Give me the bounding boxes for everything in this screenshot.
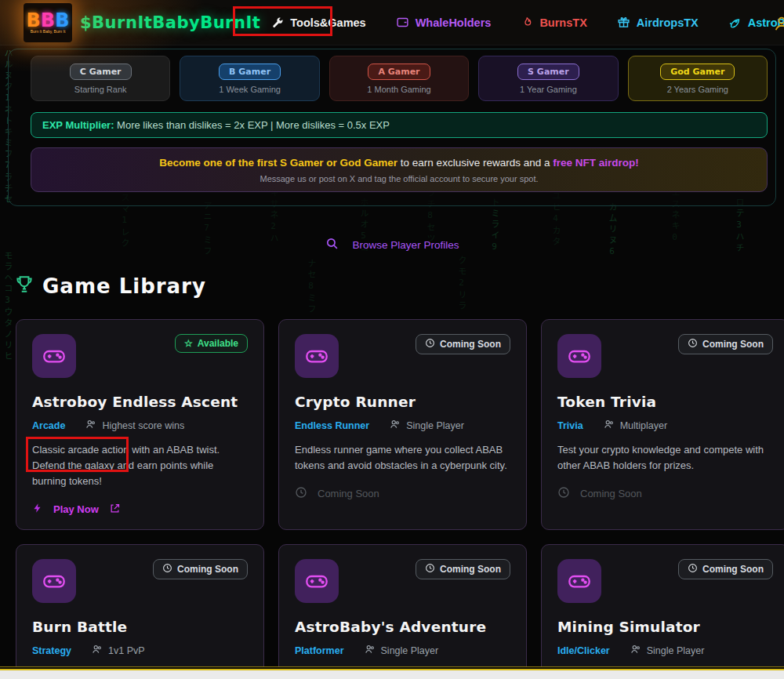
coming-soon-footer: Coming Soon [557, 486, 642, 501]
nav-item-tools-games[interactable]: Tools&Games [271, 16, 365, 29]
matrix-rain-column: カムリヌ6 [605, 202, 618, 320]
browse-label: Browse Player Profiles [353, 239, 459, 251]
status-label: Coming Soon [702, 339, 764, 350]
matrix-rain-column: トミライ9 [488, 198, 500, 323]
exp-multiplier-banner: EXP Multiplier: More likes than dislikes… [31, 112, 768, 138]
brand-logo[interactable]: BBB Burn It Baby, Burn It [24, 3, 72, 42]
tier-subtitle: 1 Year Gaming [520, 85, 577, 94]
players-icon [92, 644, 103, 657]
gamepad-icon [557, 559, 601, 603]
wrench-icon [271, 16, 284, 29]
tier-subtitle: 2 Years Gaming [667, 85, 728, 94]
tier-subtitle: 1 Month Gaming [367, 85, 430, 94]
logo-letters: BBB [27, 12, 70, 29]
game-card-astrobabys-adventure[interactable]: Coming Soon AstroBaby's Adventure Platfo… [278, 544, 527, 679]
game-description: Classic arcade action with an ABAB twist… [32, 442, 248, 489]
players-icon [390, 419, 401, 432]
status-label: Coming Soon [440, 339, 501, 350]
rocket-icon [728, 16, 742, 29]
nav-item-label: AirdropsTX [637, 16, 699, 29]
tier-subtitle: Starting Rank [74, 85, 127, 94]
gamer-ranks-section: C Gamer Starting Rank B Gamer 1 Week Gam… [8, 49, 776, 206]
person-icon[interactable] [773, 15, 784, 35]
clock-icon [557, 486, 570, 501]
gamepad-icon [32, 559, 76, 603]
flame-icon [521, 16, 533, 29]
nav-item-burnstx[interactable]: BurnsTX [521, 16, 586, 29]
game-card-burn-battle[interactable]: Coming Soon Burn Battle Strategy 1v1 PvP… [16, 544, 264, 679]
exp-banner-title: EXP Multiplier: [42, 119, 114, 131]
game-category: Endless Runner [295, 420, 369, 431]
clock-icon [425, 338, 435, 350]
promo-mid: to earn exclusive rewards and a [397, 157, 553, 169]
bolt-icon [32, 502, 43, 517]
external-link-icon [109, 503, 121, 517]
gamepad-icon [295, 334, 339, 378]
coming-soon-footer: Coming Soon [295, 486, 379, 501]
nav-item-whaleholders[interactable]: WhaleHolders [396, 16, 492, 29]
game-title: AstroBaby's Adventure [295, 619, 510, 635]
brand-title[interactable]: $BurnItBabyBurnIt [80, 13, 260, 32]
top-nav: BBB Burn It Baby, Burn It $BurnItBabyBur… [0, 0, 784, 45]
tier-card-a-gamer: A Gamer 1 Month Gaming [329, 56, 469, 101]
status-badge: Coming Soon [153, 559, 248, 579]
game-library-heading: Game Library [14, 274, 784, 299]
wallet-icon [396, 16, 409, 29]
star-icon: ☆ [184, 338, 193, 349]
clock-icon [688, 338, 698, 350]
status-label: Available [198, 338, 238, 349]
game-meta-label: Single Player [381, 645, 439, 656]
tier-badge: A Gamer [368, 64, 430, 80]
tier-grid: C Gamer Starting Rank B Gamer 1 Week Gam… [31, 56, 768, 101]
status-badge: Coming Soon [678, 334, 773, 354]
gamepad-icon [32, 334, 76, 378]
nav-item-label: Tools&Games [290, 16, 365, 29]
browse-player-profiles-link[interactable]: Browse Player Profiles [0, 236, 784, 253]
game-meta-label: Highest score wins [102, 420, 184, 431]
game-card-mining-simulator[interactable]: Coming Soon Mining Simulator Idle/Clicke… [541, 544, 784, 679]
gamepad-icon [557, 334, 601, 378]
game-category: Trivia [557, 420, 583, 431]
game-card-token-trivia[interactable]: Coming Soon Token Trivia Trivia Multipla… [541, 319, 784, 530]
play-now-button[interactable]: Play Now [32, 502, 121, 517]
tier-card-god-gamer: God Gamer 2 Years Gaming [628, 56, 768, 101]
clock-icon [295, 486, 307, 501]
exp-banner-text: More likes than dislikes = 2x EXP | More… [114, 119, 390, 131]
tier-card-b-gamer: B Gamer 1 Week Gaming [180, 56, 319, 101]
tier-card-s-gamer: S Gamer 1 Year Gaming [478, 56, 618, 101]
game-description: Test your crypto knowledge and compete w… [557, 442, 773, 474]
nav-item-airdropstx[interactable]: AirdropsTX [617, 16, 699, 29]
status-badge: ☆ Available [175, 334, 248, 353]
status-badge: Coming Soon [416, 334, 510, 354]
coming-soon-label: Coming Soon [580, 488, 642, 499]
game-meta-label: Single Player [647, 645, 705, 656]
trophy-icon [14, 274, 34, 299]
clock-icon [425, 563, 435, 576]
promo-highlight: Become one of the first S Gamer or God G… [159, 157, 397, 169]
game-card-astroboy-endless-ascent[interactable]: ☆ Available Astroboy Endless Ascent Arca… [16, 319, 264, 530]
game-meta-label: 1v1 PvP [108, 645, 145, 656]
play-now-label: Play Now [53, 503, 99, 515]
game-category: Platformer [295, 645, 344, 656]
game-title: Token Trivia [557, 394, 773, 410]
nav-item-label: WhaleHolders [416, 16, 492, 29]
tier-badge: C Gamer [70, 64, 132, 80]
nav-item-label: BurnsTX [539, 16, 586, 29]
bottom-marquee-strip [0, 666, 784, 679]
gamepad-icon [295, 559, 339, 603]
status-label: Coming Soon [177, 564, 238, 575]
page-title: Game Library [42, 274, 206, 298]
status-label: Coming Soon [440, 564, 501, 575]
games-grid: ☆ Available Astroboy Endless Ascent Arca… [16, 319, 784, 679]
game-category: Idle/Clicker [557, 645, 610, 656]
tier-badge: God Gamer [660, 64, 735, 80]
tier-subtitle: 1 Week Gaming [219, 85, 281, 94]
clock-icon [688, 563, 698, 576]
matrix-rain-column: モラヘコ3ウタノリヒ [1, 251, 13, 392]
players-icon [630, 644, 641, 657]
gift-icon [617, 16, 630, 29]
game-card-crypto-runner[interactable]: Coming Soon Crypto Runner Endless Runner… [278, 319, 527, 530]
game-title: Crypto Runner [295, 394, 510, 410]
promo-subtext: Message us or post on X and tag the offi… [42, 174, 756, 183]
tier-badge: S Gamer [517, 64, 579, 80]
